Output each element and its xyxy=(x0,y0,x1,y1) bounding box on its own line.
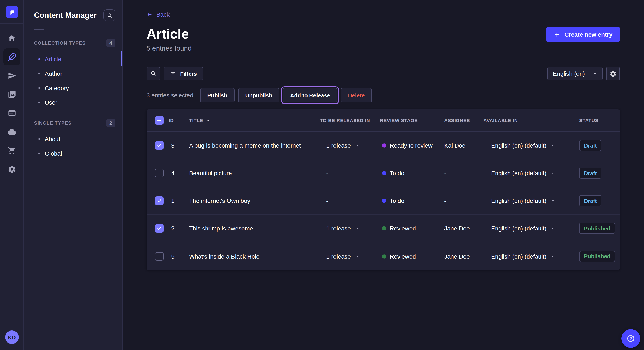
cell-id: 3 xyxy=(169,142,189,149)
subnav-item-author[interactable]: Author xyxy=(24,66,122,81)
table-row[interactable]: 2 This shrimp is awesome 1 release Revie… xyxy=(146,215,620,242)
stage-dot-icon xyxy=(382,254,386,258)
cloud-icon xyxy=(8,128,16,136)
stage-dot-icon xyxy=(382,143,386,148)
cell-to-be-released-in[interactable]: 1 release xyxy=(320,253,380,260)
stage-dot-icon xyxy=(382,199,386,203)
question-mark-icon: ? xyxy=(626,334,636,343)
add-to-release-button[interactable]: Add to Release xyxy=(283,88,337,103)
cell-available-in[interactable]: English (en) (default) xyxy=(484,170,579,176)
cell-assignee: - xyxy=(444,197,484,204)
avatar[interactable]: KD xyxy=(5,331,18,344)
subnav-scrollbar-thumb[interactable] xyxy=(120,51,122,66)
cell-status: Draft xyxy=(579,168,620,178)
column-header-label: ASSIGNEE xyxy=(444,118,470,123)
status-badge: Draft xyxy=(579,140,602,151)
cell-id: 1 xyxy=(169,197,189,204)
cell-title: The internet's Own boy xyxy=(189,197,320,204)
app-logo[interactable] xyxy=(0,0,24,24)
table-search-button[interactable] xyxy=(146,67,160,80)
table-row[interactable]: 4 Beautiful picture - To do - English (e… xyxy=(146,160,620,187)
subnav-section-label: COLLECTION TYPES xyxy=(34,40,86,45)
subnav-item-user[interactable]: User xyxy=(24,95,122,110)
nav-rail-item-media-library[interactable] xyxy=(3,86,20,103)
nav-rail-item-marketplace[interactable] xyxy=(3,142,20,159)
column-header-id[interactable]: ID xyxy=(169,118,189,123)
subnav-item-category[interactable]: Category xyxy=(24,81,122,95)
page-title: Article xyxy=(146,26,192,42)
bullet-icon xyxy=(38,138,40,140)
unpublish-button[interactable]: Unpublish xyxy=(238,88,280,103)
nav-rail-item-content-manager[interactable] xyxy=(3,48,20,65)
cell-to-be-released-in[interactable]: 1 release xyxy=(320,142,380,149)
table-body: 3 A bug is becoming a meme on the intern… xyxy=(146,132,620,270)
column-header-label: STATUS xyxy=(579,118,598,123)
table-row[interactable]: 3 A bug is becoming a meme on the intern… xyxy=(146,132,620,160)
view-settings-button[interactable] xyxy=(606,67,620,80)
chevron-down-icon xyxy=(355,254,359,258)
subnav-item-global[interactable]: Global xyxy=(24,146,122,161)
column-header-title[interactable]: TITLE xyxy=(189,118,320,123)
cell-review-stage: Ready to review xyxy=(380,142,444,149)
media-library-icon xyxy=(8,90,16,99)
cell-to-be-released-in[interactable]: - xyxy=(320,170,380,176)
publish-button[interactable]: Publish xyxy=(200,88,234,103)
cell-available-in[interactable]: English (en) (default) xyxy=(484,142,579,149)
plus-icon xyxy=(554,31,560,38)
nav-rail-item-content-type-builder[interactable] xyxy=(3,105,20,122)
cell-to-be-released-in[interactable]: 1 release xyxy=(320,225,380,232)
subnav-section: COLLECTION TYPES 4 Article Author Catego… xyxy=(24,39,122,110)
create-new-entry-button[interactable]: Create new entry xyxy=(546,27,620,42)
row-checkbox[interactable] xyxy=(155,196,164,205)
back-label: Back xyxy=(156,11,170,18)
row-checkbox[interactable] xyxy=(155,169,164,177)
entries-table: IDTITLETO BE RELEASED INREVIEW STAGEASSI… xyxy=(146,109,620,270)
chevron-down-icon xyxy=(592,71,597,76)
nav-rail-item-releases[interactable] xyxy=(3,67,20,84)
cell-available-in[interactable]: English (en) (default) xyxy=(484,197,579,204)
subnav-item-about[interactable]: About xyxy=(24,132,122,146)
cell-assignee: Kai Doe xyxy=(444,142,484,149)
table-row[interactable]: 1 The internet's Own boy - To do - Engli… xyxy=(146,187,620,215)
subnav-item-label: Article xyxy=(45,56,61,62)
nav-rail-item-cloud[interactable] xyxy=(3,123,20,140)
app-root: KD Content Manager COLLECTION TYPES 4 Ar… xyxy=(0,0,644,350)
row-checkbox[interactable] xyxy=(155,224,164,233)
nav-rail-item-home[interactable] xyxy=(3,30,20,47)
search-icon xyxy=(106,12,113,18)
subnav-item-label: Category xyxy=(45,85,69,91)
nav-rail-footer: KD xyxy=(0,325,24,350)
table-row[interactable]: 5 What's inside a Black Hole 1 release R… xyxy=(146,242,620,270)
help-button[interactable]: ? xyxy=(622,329,640,348)
main-content: Back Article 5 entries found Create new … xyxy=(123,0,644,350)
subnav-search-button[interactable] xyxy=(104,9,116,21)
column-header-review-stage[interactable]: REVIEW STAGE xyxy=(380,118,444,123)
content-type-builder-icon xyxy=(8,109,16,117)
cell-to-be-released-in[interactable]: - xyxy=(320,197,380,204)
row-checkbox[interactable] xyxy=(155,252,164,260)
filter-icon xyxy=(170,70,176,77)
back-link[interactable]: Back xyxy=(146,11,170,18)
subnav-item-article[interactable]: Article xyxy=(24,52,122,66)
chevron-down-icon xyxy=(551,199,555,203)
check-icon xyxy=(157,198,162,203)
cell-available-in[interactable]: English (en) (default) xyxy=(484,225,579,232)
cell-available-in[interactable]: English (en) (default) xyxy=(484,253,579,260)
bullet-icon xyxy=(38,102,40,103)
select-all-checkbox[interactable] xyxy=(155,116,164,125)
delete-button[interactable]: Delete xyxy=(341,88,372,103)
cell-title: Beautiful picture xyxy=(189,170,320,176)
column-header-status[interactable]: STATUS xyxy=(579,118,620,123)
content-manager-icon xyxy=(8,53,16,61)
column-header-to-be-released-in[interactable]: TO BE RELEASED IN xyxy=(320,118,380,123)
column-header-assignee[interactable]: ASSIGNEE xyxy=(444,118,484,123)
row-checkbox[interactable] xyxy=(155,141,164,150)
status-badge: Published xyxy=(579,251,615,262)
filters-button[interactable]: Filters xyxy=(164,67,203,80)
column-header-available-in[interactable]: AVAILABLE IN xyxy=(484,118,579,123)
locale-select[interactable]: English (en) xyxy=(548,67,603,80)
cell-status: Draft xyxy=(579,195,620,206)
indeterminate-dash-icon xyxy=(157,120,162,121)
nav-rail-item-settings[interactable] xyxy=(3,161,20,178)
column-header-label: TO BE RELEASED IN xyxy=(320,118,370,123)
